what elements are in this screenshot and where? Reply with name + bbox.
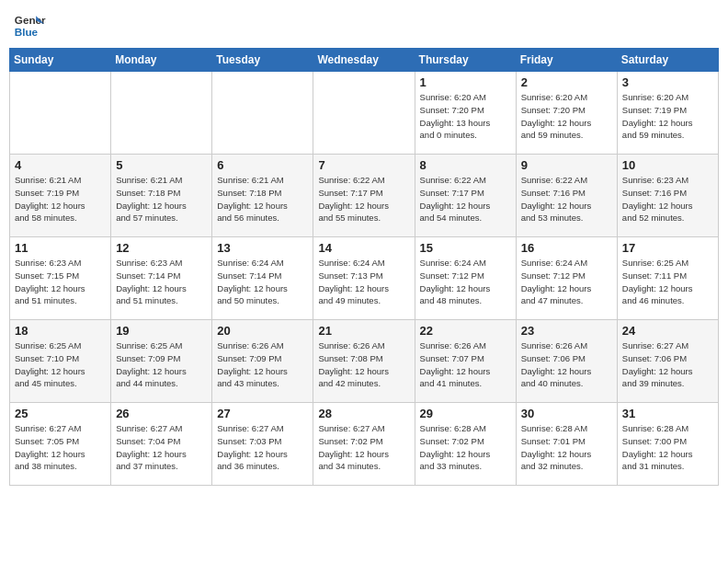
col-header-saturday: Saturday [617, 49, 718, 72]
day-number: 18 [15, 324, 106, 338]
calendar-cell [313, 72, 415, 155]
calendar-cell: 4Sunrise: 6:21 AM Sunset: 7:19 PM Daylig… [10, 155, 111, 237]
calendar-cell: 29Sunrise: 6:28 AM Sunset: 7:02 PM Dayli… [415, 403, 516, 486]
day-info: Sunrise: 6:24 AM Sunset: 7:12 PM Dayligh… [420, 257, 511, 307]
day-number: 12 [116, 241, 207, 255]
day-info: Sunrise: 6:22 AM Sunset: 7:17 PM Dayligh… [420, 174, 511, 224]
calendar-cell: 25Sunrise: 6:27 AM Sunset: 7:05 PM Dayli… [10, 403, 111, 486]
calendar-cell: 22Sunrise: 6:26 AM Sunset: 7:07 PM Dayli… [415, 320, 516, 403]
day-info: Sunrise: 6:22 AM Sunset: 7:16 PM Dayligh… [521, 174, 612, 224]
calendar-cell: 27Sunrise: 6:27 AM Sunset: 7:03 PM Dayli… [212, 403, 313, 486]
col-header-thursday: Thursday [415, 49, 516, 72]
day-number: 8 [420, 158, 511, 172]
day-info: Sunrise: 6:20 AM Sunset: 7:20 PM Dayligh… [521, 91, 612, 142]
calendar-cell: 28Sunrise: 6:27 AM Sunset: 7:02 PM Dayli… [313, 403, 415, 486]
day-number: 11 [15, 241, 106, 255]
calendar-table: SundayMondayTuesdayWednesdayThursdayFrid… [9, 48, 719, 486]
svg-text:Blue: Blue [15, 26, 39, 38]
day-number: 3 [622, 75, 713, 89]
calendar-cell: 31Sunrise: 6:28 AM Sunset: 7:00 PM Dayli… [617, 403, 718, 486]
col-header-sunday: Sunday [10, 49, 111, 72]
day-number: 1 [420, 75, 511, 89]
day-number: 5 [116, 158, 207, 172]
day-number: 20 [217, 324, 308, 338]
calendar-cell: 8Sunrise: 6:22 AM Sunset: 7:17 PM Daylig… [415, 155, 516, 237]
day-info: Sunrise: 6:21 AM Sunset: 7:19 PM Dayligh… [15, 174, 106, 224]
day-number: 6 [217, 158, 308, 172]
day-info: Sunrise: 6:21 AM Sunset: 7:18 PM Dayligh… [217, 174, 308, 224]
calendar-cell: 3Sunrise: 6:20 AM Sunset: 7:19 PM Daylig… [617, 72, 718, 155]
day-number: 23 [521, 324, 612, 338]
day-number: 7 [318, 158, 409, 172]
day-info: Sunrise: 6:26 AM Sunset: 7:07 PM Dayligh… [420, 339, 511, 390]
day-number: 16 [521, 241, 612, 255]
day-info: Sunrise: 6:26 AM Sunset: 7:08 PM Dayligh… [318, 339, 409, 390]
calendar-cell: 12Sunrise: 6:23 AM Sunset: 7:14 PM Dayli… [111, 237, 212, 320]
calendar-cell: 1Sunrise: 6:20 AM Sunset: 7:20 PM Daylig… [415, 72, 516, 155]
calendar-cell: 14Sunrise: 6:24 AM Sunset: 7:13 PM Dayli… [313, 237, 415, 320]
calendar-cell: 13Sunrise: 6:24 AM Sunset: 7:14 PM Dayli… [212, 237, 313, 320]
day-number: 2 [521, 75, 612, 89]
day-info: Sunrise: 6:28 AM Sunset: 7:01 PM Dayligh… [521, 422, 612, 473]
logo-icon: General Blue [13, 9, 46, 42]
col-header-monday: Monday [111, 49, 212, 72]
day-info: Sunrise: 6:20 AM Sunset: 7:19 PM Dayligh… [622, 91, 713, 142]
day-number: 30 [521, 407, 612, 420]
day-number: 31 [622, 407, 713, 420]
day-info: Sunrise: 6:27 AM Sunset: 7:02 PM Dayligh… [318, 422, 409, 473]
day-info: Sunrise: 6:28 AM Sunset: 7:02 PM Dayligh… [420, 422, 511, 473]
day-number: 14 [318, 241, 409, 255]
day-info: Sunrise: 6:25 AM Sunset: 7:10 PM Dayligh… [15, 339, 106, 390]
day-info: Sunrise: 6:24 AM Sunset: 7:13 PM Dayligh… [318, 257, 409, 307]
calendar-cell: 18Sunrise: 6:25 AM Sunset: 7:10 PM Dayli… [10, 320, 111, 403]
calendar-cell: 24Sunrise: 6:27 AM Sunset: 7:06 PM Dayli… [617, 320, 718, 403]
calendar-cell: 9Sunrise: 6:22 AM Sunset: 7:16 PM Daylig… [516, 155, 617, 237]
calendar-cell [111, 72, 212, 155]
day-info: Sunrise: 6:27 AM Sunset: 7:06 PM Dayligh… [622, 339, 713, 390]
col-header-tuesday: Tuesday [212, 49, 313, 72]
day-number: 10 [622, 158, 713, 172]
col-header-friday: Friday [516, 49, 617, 72]
day-number: 4 [15, 158, 106, 172]
day-number: 29 [420, 407, 511, 420]
calendar-cell: 20Sunrise: 6:26 AM Sunset: 7:09 PM Dayli… [212, 320, 313, 403]
day-info: Sunrise: 6:27 AM Sunset: 7:05 PM Dayligh… [15, 422, 106, 473]
calendar-cell: 23Sunrise: 6:26 AM Sunset: 7:06 PM Dayli… [516, 320, 617, 403]
calendar-cell: 5Sunrise: 6:21 AM Sunset: 7:18 PM Daylig… [111, 155, 212, 237]
day-info: Sunrise: 6:26 AM Sunset: 7:09 PM Dayligh… [217, 339, 308, 390]
calendar-cell [212, 72, 313, 155]
logo: General Blue [13, 9, 46, 42]
svg-text:General: General [15, 14, 46, 26]
calendar-cell: 15Sunrise: 6:24 AM Sunset: 7:12 PM Dayli… [415, 237, 516, 320]
day-info: Sunrise: 6:23 AM Sunset: 7:14 PM Dayligh… [116, 257, 207, 307]
col-header-wednesday: Wednesday [313, 49, 415, 72]
day-info: Sunrise: 6:21 AM Sunset: 7:18 PM Dayligh… [116, 174, 207, 224]
calendar-cell: 17Sunrise: 6:25 AM Sunset: 7:11 PM Dayli… [617, 237, 718, 320]
day-number: 19 [116, 324, 207, 338]
day-number: 26 [116, 407, 207, 420]
day-info: Sunrise: 6:28 AM Sunset: 7:00 PM Dayligh… [622, 422, 713, 473]
calendar-cell: 30Sunrise: 6:28 AM Sunset: 7:01 PM Dayli… [516, 403, 617, 486]
day-info: Sunrise: 6:27 AM Sunset: 7:04 PM Dayligh… [116, 422, 207, 473]
calendar-cell: 16Sunrise: 6:24 AM Sunset: 7:12 PM Dayli… [516, 237, 617, 320]
day-info: Sunrise: 6:26 AM Sunset: 7:06 PM Dayligh… [521, 339, 612, 390]
day-info: Sunrise: 6:24 AM Sunset: 7:12 PM Dayligh… [521, 257, 612, 307]
day-number: 21 [318, 324, 409, 338]
calendar-cell: 26Sunrise: 6:27 AM Sunset: 7:04 PM Dayli… [111, 403, 212, 486]
day-number: 25 [15, 407, 106, 420]
calendar-cell: 7Sunrise: 6:22 AM Sunset: 7:17 PM Daylig… [313, 155, 415, 237]
day-info: Sunrise: 6:23 AM Sunset: 7:16 PM Dayligh… [622, 174, 713, 224]
page-header: General Blue [9, 9, 719, 42]
day-info: Sunrise: 6:25 AM Sunset: 7:11 PM Dayligh… [622, 257, 713, 307]
calendar-cell: 6Sunrise: 6:21 AM Sunset: 7:18 PM Daylig… [212, 155, 313, 237]
day-number: 15 [420, 241, 511, 255]
day-info: Sunrise: 6:20 AM Sunset: 7:20 PM Dayligh… [420, 91, 511, 142]
calendar-cell: 21Sunrise: 6:26 AM Sunset: 7:08 PM Dayli… [313, 320, 415, 403]
day-number: 24 [622, 324, 713, 338]
day-number: 27 [217, 407, 308, 420]
calendar-cell: 11Sunrise: 6:23 AM Sunset: 7:15 PM Dayli… [10, 237, 111, 320]
day-number: 28 [318, 407, 409, 420]
day-info: Sunrise: 6:27 AM Sunset: 7:03 PM Dayligh… [217, 422, 308, 473]
day-info: Sunrise: 6:22 AM Sunset: 7:17 PM Dayligh… [318, 174, 409, 224]
day-info: Sunrise: 6:23 AM Sunset: 7:15 PM Dayligh… [15, 257, 106, 307]
